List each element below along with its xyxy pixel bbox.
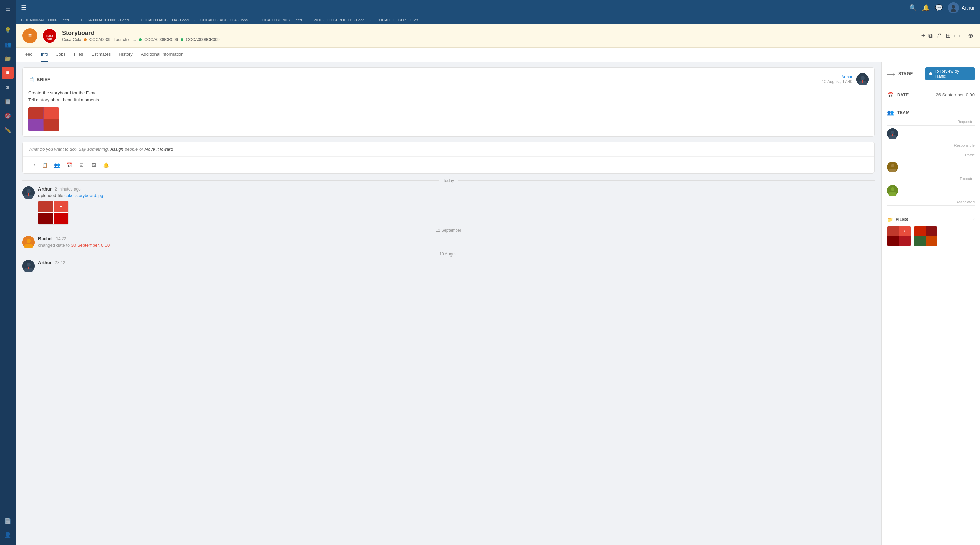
sidebar: ☰ 💡 👥 📁 ≡ 🖩 📋 🎯 ✏️ 📄 👤 — [0, 0, 16, 545]
requester-avatar — [887, 128, 898, 139]
brief-date: 10 August, 17:40 — [822, 79, 853, 84]
file-thumb-2[interactable] — [914, 226, 937, 246]
breadcrumb-4[interactable]: COCA0003ACCO004 · Jobs — [200, 18, 248, 22]
comment-toolbar: ⟶ 📋 👥 📅 ☑ 🖼 🔔 — [23, 156, 874, 173]
sidebar-item-pencil[interactable]: ✏️ — [2, 124, 14, 136]
file-thumb-1-inner: ♥ — [888, 226, 911, 246]
date-section: 📅 DATE 26 September, 0:00 — [887, 92, 975, 98]
svg-point-26 — [891, 164, 894, 167]
breadcrumb-5[interactable]: COCA0003CR007 · Feed — [259, 18, 302, 22]
svg-text:Cola: Cola — [47, 38, 52, 40]
fti2-1 — [914, 226, 926, 236]
thumb-3 — [28, 119, 43, 131]
timeline-header-arthur: Arthur 2 minutes ago — [38, 186, 875, 192]
breadcrumb-6[interactable]: 2016 / 00005PROD001 · Feed — [314, 18, 365, 22]
comment-input-field[interactable]: What do you want to do? Say something, A… — [23, 142, 874, 156]
sidebar-item-document[interactable]: 📄 — [2, 514, 14, 527]
sidebar-item-clipboard[interactable]: 📋 — [2, 95, 14, 108]
sidebar-item-team[interactable]: 👥 — [2, 38, 14, 50]
sidebar-item-ideas[interactable]: 💡 — [2, 24, 14, 36]
fti-4 — [899, 237, 911, 246]
file-thumb-1[interactable]: ♥ — [887, 226, 911, 246]
panel-button[interactable]: ▭ — [954, 32, 960, 40]
team-requester: Requester — [887, 120, 975, 139]
responsible-divider — [887, 149, 975, 149]
user-menu[interactable]: Arthur — [948, 2, 975, 13]
sidebar-item-calculator[interactable]: 🖩 — [2, 81, 14, 93]
files-count: 2 — [972, 218, 975, 222]
tab-bar: Feed Info Jobs Files Estimates History A… — [16, 48, 980, 62]
timeline-body-arthur: Arthur 2 minutes ago uploaded file coke-… — [38, 186, 875, 224]
tool-image[interactable]: 🖼 — [88, 160, 99, 170]
breadcrumb-1[interactable]: COCA0003ACCO006 · Feed — [21, 18, 69, 22]
file-link-storyboard[interactable]: coke-storyboard.jpg — [64, 193, 103, 198]
tool-date[interactable]: 📅 — [64, 160, 75, 170]
add-button[interactable]: + — [921, 32, 925, 40]
tab-history[interactable]: History — [119, 48, 132, 62]
project-bc3: COCA0009CR009 — [186, 37, 220, 42]
notification-icon[interactable]: 🔔 — [922, 4, 930, 11]
avatar-image — [948, 2, 959, 13]
tool-assign[interactable]: 👥 — [51, 160, 62, 170]
brief-header: 📄 BRIEF Arthur 10 August, 17:40 — [28, 73, 869, 86]
sidebar-item-menu[interactable]: ☰ — [2, 4, 14, 16]
file-preview[interactable]: ♥ — [38, 201, 69, 224]
project-bc1: COCA0009 · Launch of ... — [89, 37, 136, 42]
requester-label: Requester — [887, 120, 975, 124]
files-label: FILES — [896, 218, 908, 222]
tool-notify[interactable]: 🔔 — [100, 160, 111, 170]
executor-member — [887, 185, 975, 196]
sidebar-item-list[interactable]: ≡ — [2, 67, 14, 79]
sidebar-item-target[interactable]: 🎯 — [2, 110, 14, 122]
avatar-arthur — [22, 186, 35, 199]
tab-files[interactable]: Files — [74, 48, 83, 62]
stage-section: ⟶ STAGE To Review by Traffic — [887, 67, 975, 80]
dot-2 — [139, 38, 142, 41]
brief-meta: Arthur 10 August, 17:40 — [822, 75, 853, 84]
team-label: TEAM — [897, 110, 910, 115]
svg-rect-30 — [889, 192, 896, 196]
search-icon[interactable]: 🔍 — [909, 4, 917, 11]
stage-badge[interactable]: To Review by Traffic — [925, 67, 975, 80]
hamburger-menu[interactable]: ☰ — [21, 4, 27, 11]
date-label-today: Today — [443, 178, 454, 183]
sidebar-item-user[interactable]: 👤 — [2, 529, 14, 541]
tab-additional-information[interactable]: Additional Information — [141, 48, 184, 62]
files-label-row: 📁 FILES — [887, 217, 908, 222]
responsible-label: Responsible — [887, 143, 975, 147]
print-button[interactable]: 🖨 — [936, 32, 942, 40]
tab-estimates[interactable]: Estimates — [91, 48, 111, 62]
project-header-actions: + ⧉ 🖨 ⊞ ▭ | ⊕ — [921, 32, 973, 40]
tab-feed[interactable]: Feed — [22, 48, 33, 62]
team-associated: Associated — [887, 200, 975, 206]
tool-brief[interactable]: 📋 — [39, 160, 50, 170]
tool-stage[interactable]: ⟶ — [27, 160, 38, 170]
tab-info[interactable]: Info — [41, 48, 48, 62]
date-label-aug10: 10 August — [439, 252, 457, 256]
breadcrumb-3[interactable]: COCA0003ACCO004 · Feed — [140, 18, 189, 22]
copy-button[interactable]: ⧉ — [928, 32, 933, 40]
executor-label: Executor — [887, 176, 975, 181]
tool-checklist[interactable]: ☑ — [76, 160, 87, 170]
brief-thumbnail[interactable] — [28, 107, 59, 131]
svg-rect-9 — [862, 80, 863, 83]
layout-button[interactable]: ⊞ — [946, 32, 951, 40]
stage-row: ⟶ STAGE To Review by Traffic — [887, 67, 975, 80]
dot-3 — [181, 38, 183, 41]
svg-text:Coca: Coca — [46, 35, 53, 38]
topbar-actions: 🔍 🔔 💬 Arthur — [909, 2, 975, 13]
main-area: ☰ 🔍 🔔 💬 Arthur CO — [16, 0, 980, 545]
avatar — [948, 2, 959, 13]
sidebar-item-files[interactable]: 📁 — [2, 52, 14, 65]
timeline-section: Today Arthur 2 minutes — [22, 178, 875, 272]
message-icon[interactable]: 💬 — [935, 4, 943, 11]
more-button[interactable]: ⊕ — [968, 32, 973, 40]
date-sep-panel — [915, 95, 930, 95]
tab-jobs[interactable]: Jobs — [56, 48, 65, 62]
brief-line2: Tell a story about beautiful moments... — [28, 97, 869, 104]
date-link-30sept[interactable]: 30 September, 0:00 — [71, 243, 110, 248]
timeline-time-arthur: 2 minutes ago — [55, 187, 80, 192]
requester-member — [887, 128, 975, 139]
breadcrumb-2[interactable]: COCA0003ACCO001 · Feed — [81, 18, 129, 22]
breadcrumb-7[interactable]: COCA0009CR009 · Files — [376, 18, 418, 22]
